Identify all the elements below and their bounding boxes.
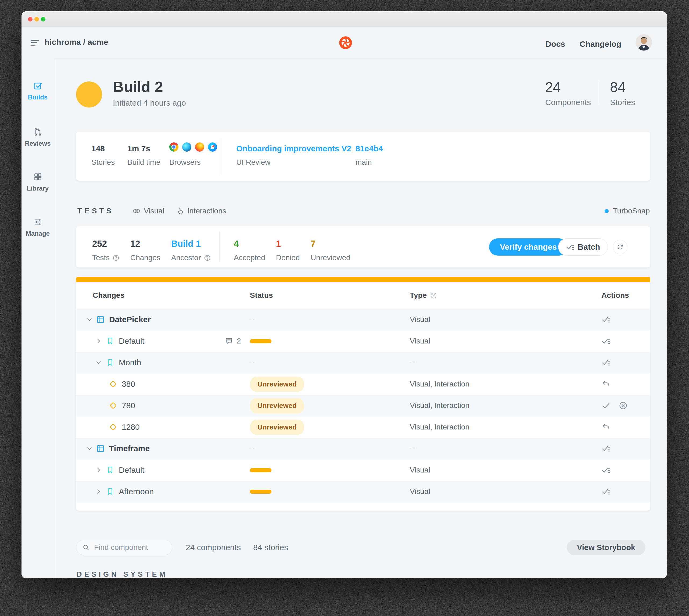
row-label[interactable]: Timeframe [109, 444, 150, 453]
type-label: Visual [410, 487, 430, 496]
table-row[interactable]: DatePicker--Visual [76, 309, 650, 330]
status-empty: -- [250, 358, 257, 367]
type-cell: Visual [410, 309, 601, 330]
table-row[interactable]: Default2Visual [76, 330, 650, 352]
app-window: hichroma / acme Docs Changelog [22, 11, 667, 578]
help-icon[interactable] [430, 292, 437, 299]
actions-cell [601, 438, 650, 459]
batch-action-button[interactable] [601, 315, 610, 324]
menu-icon[interactable] [29, 38, 40, 48]
row-label[interactable]: Month [119, 358, 141, 367]
row-label[interactable]: 380 [122, 379, 135, 389]
table-row[interactable]: Month---- [76, 352, 650, 373]
bookmark-icon [106, 337, 114, 345]
row-label[interactable]: Afternoon [119, 487, 154, 496]
actions-cell [601, 481, 650, 502]
actions-cell [601, 395, 650, 416]
sidebar-item-library[interactable]: Library [22, 172, 54, 192]
ancestor-build-link[interactable]: Build 1 [171, 239, 211, 248]
sidebar-item-manage[interactable]: Manage [22, 217, 54, 237]
library-icon [33, 172, 42, 181]
table-row[interactable]: Timeframe---- [76, 438, 650, 459]
help-icon[interactable] [112, 254, 119, 262]
commit-hash-link[interactable]: 81e4b4 [356, 144, 383, 153]
user-avatar[interactable] [636, 35, 652, 50]
type-cell: Visual, Interaction [410, 416, 601, 438]
batch-action-button[interactable] [601, 444, 610, 453]
chevron-down-icon[interactable] [86, 444, 93, 453]
ancestor-label: Ancestor [171, 254, 201, 262]
chromatic-logo-icon[interactable] [339, 36, 353, 50]
status-badge: Unreviewed [250, 398, 304, 413]
close-window-button[interactable] [28, 17, 32, 22]
build-status-badge [76, 82, 102, 108]
chevron-right-icon[interactable] [95, 337, 103, 345]
type-label: Visual, Interaction [410, 423, 469, 431]
check-action-button[interactable] [601, 401, 610, 410]
page-title: Build 2 [113, 78, 163, 95]
tests-filter-row: TESTS Visual Interactions TurboSnap [77, 205, 650, 217]
table-row[interactable]: 1280UnreviewedVisual, Interaction [76, 416, 650, 438]
denied-count: 1 [276, 239, 300, 248]
view-storybook-button[interactable]: View Storybook [567, 540, 645, 555]
table-row[interactable]: 380UnreviewedVisual, Interaction [76, 373, 650, 395]
changelog-link[interactable]: Changelog [580, 40, 621, 49]
batch-action-button[interactable] [601, 465, 610, 475]
type-label: -- [410, 358, 416, 367]
batch-icon [566, 243, 575, 251]
type-cell: -- [410, 352, 601, 373]
verify-changes-button[interactable]: Verify changes [489, 238, 568, 256]
find-component-search[interactable] [76, 540, 172, 555]
type-label: Visual, Interaction [410, 380, 469, 388]
tests-count-stat: 252 Tests [92, 239, 119, 262]
main-content: Build 2 Initiated 4 hours ago 24 Compone… [54, 59, 667, 578]
deny-action-button[interactable] [619, 401, 628, 410]
sidebar-item-builds[interactable]: Builds [22, 81, 54, 101]
help-icon[interactable] [204, 254, 211, 262]
undo-action-button[interactable] [601, 422, 610, 432]
batch-button[interactable]: Batch [558, 238, 608, 256]
commit-group: 81e4b4 main [356, 144, 383, 167]
type-label: Visual [410, 315, 430, 324]
changes-cell: Default [76, 459, 250, 481]
sidebar-item-reviews[interactable]: Reviews [22, 127, 54, 147]
divider [219, 232, 220, 262]
chevron-down-icon[interactable] [86, 315, 93, 324]
table-row[interactable]: AfternoonVisual [76, 481, 650, 502]
row-label[interactable]: Default [119, 336, 144, 346]
review-title-link[interactable]: Onboarding improvements V2 [236, 144, 351, 153]
refresh-button[interactable] [613, 240, 627, 254]
chevron-down-icon[interactable] [95, 358, 103, 367]
batch-action-button[interactable] [601, 358, 610, 367]
type-label: Visual, Interaction [410, 401, 469, 410]
row-label[interactable]: DatePicker [109, 315, 151, 324]
batch-accept-icon [601, 487, 610, 496]
turbosnap-indicator[interactable]: TurboSnap [605, 207, 650, 215]
undo-action-button[interactable] [601, 379, 610, 389]
component-icon [96, 444, 105, 453]
row-label[interactable]: 1280 [122, 422, 140, 432]
batch-action-button[interactable] [601, 336, 610, 346]
 [95, 487, 103, 496]
row-label[interactable]: Default [119, 465, 144, 475]
interactions-filter[interactable]: Interactions [176, 207, 226, 215]
batch-action-button[interactable] [601, 487, 610, 496]
browsers-label: Browsers [169, 158, 201, 167]
docs-link[interactable]: Docs [546, 40, 565, 49]
comments-group[interactable]: 2 [225, 337, 241, 345]
accepted-stat: 4 Accepted [234, 239, 265, 262]
project-breadcrumb[interactable]: hichroma / acme [45, 38, 108, 47]
search-input[interactable] [93, 543, 162, 552]
table-row[interactable]: 780UnreviewedVisual, Interaction [76, 395, 650, 416]
chevron-right-icon[interactable] [95, 466, 103, 474]
changes-cell: 780 [76, 395, 250, 416]
chevron-right-icon[interactable] [95, 487, 103, 496]
changes-cell: Month [76, 352, 250, 373]
visual-filter[interactable]: Visual [132, 207, 164, 215]
row-label[interactable]: 780 [122, 401, 135, 410]
zoom-window-button[interactable] [41, 17, 45, 22]
manage-icon [33, 217, 42, 226]
table-row[interactable]: DefaultVisual [76, 459, 650, 481]
minimize-window-button[interactable] [35, 17, 39, 22]
type-cell: Visual [410, 330, 601, 352]
